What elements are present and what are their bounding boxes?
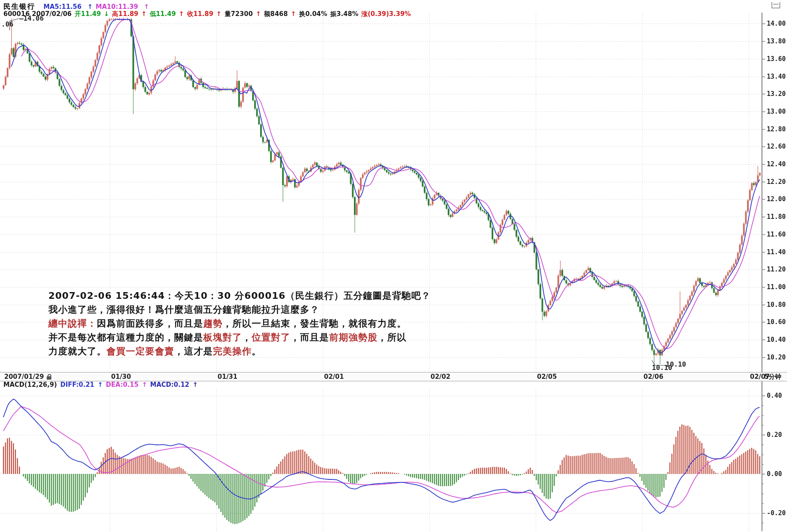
quote-stat-5: 低11.49: [149, 10, 175, 18]
quote-stat-9: 量72300: [224, 10, 253, 18]
price-tick-12.60: 12.60: [767, 143, 786, 150]
quote-stat-14: 振3.48%: [330, 10, 359, 18]
high-price-label-prefix: .06: [1, 20, 13, 28]
macd-tick-0.00: 0.00: [767, 470, 782, 478]
price-tick-11.20: 11.20: [767, 266, 786, 273]
annotation-text: 2007-02-06 15:46:44：今天10：30 分600016（民生銀行…: [48, 289, 431, 358]
price-tick-11.40: 11.40: [767, 248, 786, 256]
ma-label-1: ↑: [88, 3, 93, 11]
stock-chart-app: 民生银行 MA5:11.56↑MA10:11.39↑ 600016 2007/0…: [0, 0, 787, 532]
date-label-02/01: 02/01: [324, 373, 344, 380]
price-tick-12.80: 12.80: [767, 125, 786, 133]
stock-name: 民生银行: [3, 2, 35, 11]
macd-tick--0.20: -0.20: [767, 509, 786, 517]
macd-stat-6: ↑: [193, 381, 198, 388]
price-tick-13.80: 13.80: [767, 37, 786, 45]
high-price-label: —14.06: [19, 14, 44, 22]
date-label-02/06: 02/06: [643, 373, 663, 380]
ma-label-0: MA5:11.56: [43, 3, 81, 11]
quote-stat-8: ↑: [216, 10, 222, 18]
ma-label-2: MA10:11.39: [96, 3, 138, 11]
price-tick-12.20: 12.20: [767, 178, 786, 186]
quote-stat-10: ↑: [256, 10, 261, 18]
quote-stat-4: ↑: [141, 10, 147, 18]
annotation-line-3: 纏中說禪：因爲前面跌得多，而且是趨勢，所以一旦結束，發生背馳，就很有力度。: [48, 317, 431, 330]
quote-stat-7: 收11.89: [187, 10, 213, 18]
macd-stat-5: MACD:0.12: [150, 381, 189, 388]
ma-label-3: ↑: [144, 3, 149, 11]
macd-stat-3: DEA:0.15: [106, 381, 139, 388]
price-tick-11.60: 11.60: [767, 231, 786, 238]
date-label-01/30: 01/30: [111, 373, 131, 380]
price-tick-14.00: 14.00: [767, 20, 786, 27]
period-label[interactable]: 5分钟: [764, 373, 781, 381]
price-tick-13.60: 13.60: [767, 55, 786, 63]
macd-stat-4: ↑: [142, 381, 147, 388]
price-tick-13.00: 13.00: [767, 108, 786, 115]
price-tick-13.40: 13.40: [767, 73, 786, 80]
price-tick-10.40: 10.40: [767, 336, 786, 343]
quote-stat-3: 高11.89: [112, 10, 138, 18]
price-tick-10.20: 10.20: [767, 354, 786, 361]
price-tick-10.80: 10.80: [767, 301, 786, 309]
quote-stat-1: 开11.49: [74, 10, 101, 18]
price-tick-10.60: 10.60: [767, 318, 786, 326]
annotation-line-5: 力度就大了。會買一定要會賣，這才是完美操作。: [48, 344, 431, 358]
macd-tick-0.20: 0.20: [767, 431, 782, 439]
quote-stat-11: 额8468: [264, 10, 288, 18]
quote-stat-12: ↑: [291, 10, 296, 18]
date-label-02/02: 02/02: [431, 373, 450, 380]
date-label-2007/01/29: 2007/01/29: [4, 373, 52, 380]
quote-stat-6: ↑: [179, 10, 184, 18]
date-label-02/05: 02/05: [537, 373, 557, 380]
macd-header: MACD(12,26,9)DIFF:0.21↑DEA:0.15↑MACD:0.1…: [3, 381, 201, 388]
low-price-label-2: 10.10: [666, 360, 686, 368]
price-tick-11.80: 11.80: [767, 213, 786, 221]
price-tick-11.00: 11.00: [767, 283, 786, 291]
annotation-line-4: 并不是每次都有這種力度的，關鍵是板塊對了，位置對了，而且是前期強勢股，所以: [48, 330, 431, 344]
header-quote-line: 600016 2007/02/06开11.49↓高11.89↑低11.49↑收1…: [3, 10, 414, 18]
lock-icon[interactable]: [46, 374, 52, 380]
macd-tick-0.40: 0.40: [767, 392, 782, 399]
quote-stat-2: ↓: [104, 10, 109, 18]
macd-stat-2: ↑: [98, 381, 103, 388]
quote-stat-13: 换0.04%: [299, 10, 327, 18]
window-icon[interactable]: [771, 2, 780, 8]
date-label-01/31: 01/31: [218, 373, 237, 380]
candlestick-macd-canvas[interactable]: [0, 0, 787, 532]
price-tick-13.20: 13.20: [767, 90, 786, 98]
price-tick-12.00: 12.00: [767, 195, 786, 203]
annotation-line-2: 我小進了些，漲得很好！爲什麼這個五分鐘背馳能拉升這麼多？: [48, 303, 431, 317]
macd-stat-0: MACD(12,26,9): [3, 381, 57, 388]
price-tick-12.40: 12.40: [767, 160, 786, 168]
annotation-line-1: 2007-02-06 15:46:44：今天10：30 分600016（民生銀行…: [48, 289, 431, 303]
quote-stat-15: 涨(0.39)3.39%: [362, 10, 411, 18]
macd-stat-1: DIFF:0.21: [60, 381, 94, 388]
